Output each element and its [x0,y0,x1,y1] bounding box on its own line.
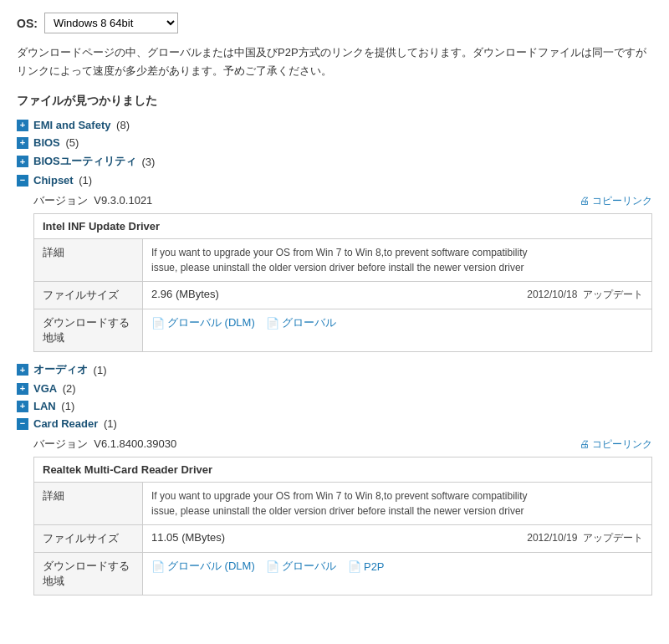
category-chipset-header[interactable]: − Chipset (1) [17,174,652,187]
category-emi: + EMI and Safety (8) [17,119,652,131]
category-cardreader: − Card Reader (1) バージョン V6.1.8400.39030 … [17,417,652,595]
category-audio-header[interactable]: + オーディオ (1) [17,362,652,377]
category-chipset-name: Chipset [33,174,74,187]
chipset-download-global-dlm[interactable]: 📄 グローバル (DLM) [151,315,255,330]
found-label: ファイルが見つかりました [17,94,652,109]
doc-icon-cr-2: 📄 [266,560,279,573]
chipset-filesize-value: 2.96 (MBytes) [151,288,219,300]
copy-icon-cr: 🖨 [580,438,590,450]
cardreader-driver-title: Realtek Multi-Card Reader Driver [34,457,652,483]
cardreader-detail-content: If you want to upgrade your OS from Win … [143,483,652,525]
chipset-filesize-row: ファイルサイズ 2.96 (MBytes) 2012/10/18 アップデート [34,282,652,309]
cardreader-download-label: ダウンロードする地域 [34,553,143,595]
chipset-download-links: 📄 グローバル (DLM) 📄 グローバル [143,309,652,352]
toggle-icon-audio: + [17,364,28,376]
cardreader-version-label: バージョン V6.1.8400.39030 [33,437,176,452]
category-vga-count: (2) [59,382,76,395]
category-lan-count: (1) [59,400,75,412]
cardreader-update-date: 2012/10/19 アップデート [527,531,643,545]
chipset-filesize-label: ファイルサイズ [34,282,143,309]
chipset-update-date: 2012/10/18 アップデート [527,288,643,302]
chipset-title-row: Intel INF Update Driver [34,214,652,239]
chipset-driver-title: Intel INF Update Driver [34,214,652,239]
doc-icon-cr-1: 📄 [151,560,165,573]
chipset-download-row: ダウンロードする地域 📄 グローバル (DLM) 📄 グローバル [34,309,652,352]
category-vga-header[interactable]: + VGA (2) [17,382,652,395]
chipset-detail-label: 詳細 [34,239,143,282]
toggle-icon-chipset: − [17,175,28,187]
chipset-version-label: バージョン V9.3.0.1021 [33,193,152,208]
cardreader-download-p2p[interactable]: 📄 P2P [348,560,385,573]
chipset-filesize-content: 2.96 (MBytes) 2012/10/18 アップデート [143,282,652,309]
cardreader-copy-link-text: コピーリンク [592,437,652,452]
category-emi-header[interactable]: + EMI and Safety (8) [17,119,652,131]
doc-icon-cr-3: 📄 [348,560,361,573]
cardreader-download-global[interactable]: 📄 グローバル [266,559,336,574]
category-lan-header[interactable]: + LAN (1) [17,400,652,412]
category-chipset: − Chipset (1) バージョン V9.3.0.1021 🖨 コピーリンク… [17,174,652,352]
category-audio-name: オーディオ [33,362,88,377]
cardreader-title-row: Realtek Multi-Card Reader Driver [34,457,652,483]
cardreader-driver-table: Realtek Multi-Card Reader Driver 詳細 If y… [33,457,652,595]
category-bios-util-header[interactable]: + BIOSユーティリティ (3) [17,154,652,169]
copy-icon: 🖨 [580,195,590,207]
notice-text: ダウンロードページの中、グローバルまたは中国及びP2P方式のリンクを提供しており… [17,43,652,80]
category-audio: + オーディオ (1) [17,362,652,377]
toggle-icon-emi: + [17,120,28,131]
cardreader-filesize-value: 11.05 (MBytes) [151,531,225,544]
os-row: OS: Windows 8 64bit Windows 7 64bit Wind… [17,13,652,33]
category-audio-count: (1) [90,364,107,376]
toggle-icon-bios-util: + [17,156,28,167]
category-lan-name: LAN [33,400,56,412]
category-bios-count: (5) [63,136,79,149]
chipset-download-global[interactable]: 📄 グローバル [266,315,336,330]
doc-icon-1: 📄 [151,317,165,330]
cardreader-version-row: バージョン V6.1.8400.39030 🖨 コピーリンク [17,433,652,455]
category-emi-count: (8) [113,119,130,131]
copy-link-text: コピーリンク [592,194,652,208]
category-vga-name: VGA [33,382,57,395]
cardreader-copy-link[interactable]: 🖨 コピーリンク [580,437,652,452]
chipset-detail-row: 詳細 If you want to upgrade your OS from W… [34,239,652,282]
cardreader-detail-label: 詳細 [34,483,143,525]
toggle-icon-vga: + [17,383,28,395]
cardreader-filesize-label: ファイルサイズ [34,525,143,553]
category-cardreader-name: Card Reader [33,417,98,430]
cardreader-download-links: 📄 グローバル (DLM) 📄 グローバル 📄 P2P [143,553,652,595]
chipset-driver-table: Intel INF Update Driver 詳細 If you want t… [33,213,652,352]
category-vga: + VGA (2) [17,382,652,395]
category-cardreader-count: (1) [100,417,117,430]
category-cardreader-header[interactable]: − Card Reader (1) [17,417,652,430]
cardreader-download-global-dlm[interactable]: 📄 グローバル (DLM) [151,559,255,574]
category-bios-util: + BIOSユーティリティ (3) [17,154,652,169]
cardreader-filesize-row: ファイルサイズ 11.05 (MBytes) 2012/10/19 アップデート [34,525,652,553]
category-bios-util-name: BIOSユーティリティ [33,154,136,169]
cardreader-filesize-content: 11.05 (MBytes) 2012/10/19 アップデート [143,525,652,553]
os-select[interactable]: Windows 8 64bit Windows 7 64bit Windows … [44,13,178,33]
category-emi-name: EMI and Safety [33,119,110,131]
toggle-icon-lan: + [17,401,28,412]
toggle-icon-bios: + [17,137,28,149]
cardreader-download-row: ダウンロードする地域 📄 グローバル (DLM) 📄 グローバル 📄 P2P [34,553,652,595]
chipset-detail-content: If you want to upgrade your OS from Win … [143,239,652,282]
category-chipset-count: (1) [76,174,93,187]
category-bios-util-count: (3) [139,156,156,168]
os-label: OS: [17,17,38,30]
chipset-copy-link[interactable]: 🖨 コピーリンク [580,194,652,208]
category-bios: + BIOS (5) [17,136,652,149]
category-lan: + LAN (1) [17,400,652,412]
toggle-icon-cardreader: − [17,418,28,430]
chipset-version-row: バージョン V9.3.0.1021 🖨 コピーリンク [17,190,652,212]
doc-icon-2: 📄 [266,317,279,330]
category-bios-name: BIOS [33,136,60,149]
cardreader-detail-row: 詳細 If you want to upgrade your OS from W… [34,483,652,525]
category-bios-header[interactable]: + BIOS (5) [17,136,652,149]
chipset-download-label: ダウンロードする地域 [34,309,143,352]
